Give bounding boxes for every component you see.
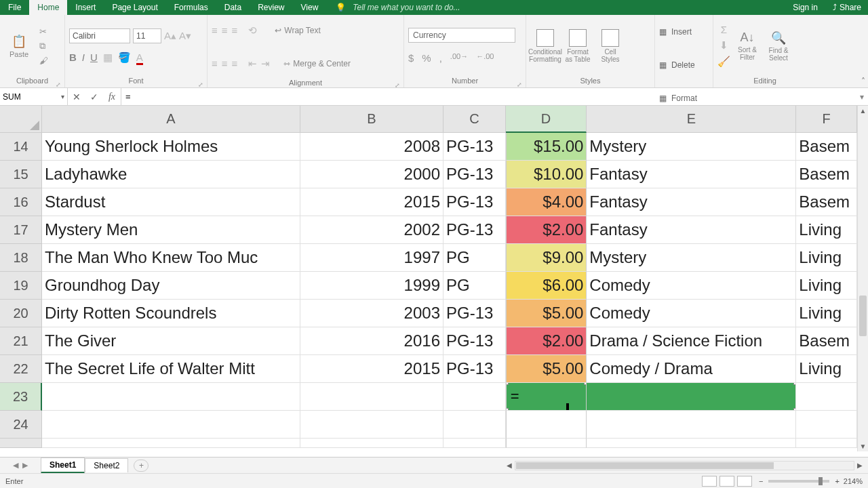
row-header-17[interactable]: 17 [0, 216, 42, 244]
collapse-ribbon-button[interactable]: ˄ [861, 77, 865, 86]
cell-A22[interactable]: The Secret Life of Walter Mitt [42, 355, 300, 383]
name-box[interactable]: SUM▾ [0, 88, 68, 105]
row-header-16[interactable]: 16 [0, 188, 42, 216]
cell-F19[interactable]: Living [796, 272, 857, 300]
column-header-B[interactable]: B [300, 106, 443, 133]
cell-C18[interactable]: PG [443, 244, 506, 272]
cell-D21[interactable]: $2.00 [506, 327, 587, 355]
page-break-view-button[interactable] [737, 476, 752, 487]
cell-D22[interactable]: $5.00 [506, 355, 587, 383]
cell-E24[interactable] [587, 411, 796, 439]
row-header-20[interactable]: 20 [0, 300, 42, 327]
cell-F21[interactable]: Basem [796, 327, 857, 355]
cell-F25[interactable] [796, 439, 857, 448]
cell-A20[interactable]: Dirty Rotten Scoundrels [42, 300, 300, 327]
insert-cells-button[interactable]: ▦Insert [659, 18, 692, 45]
cell-A14[interactable]: Young Sherlock Holmes [42, 133, 300, 161]
tab-formulas[interactable]: Formulas [166, 0, 216, 15]
cell-A23[interactable] [42, 383, 300, 411]
cell-D16[interactable]: $4.00 [506, 188, 587, 216]
cell-B15[interactable]: 2000 [300, 161, 443, 188]
cell-A18[interactable]: The Man Who Knew Too Muc [42, 244, 300, 272]
page-layout-view-button[interactable] [719, 476, 734, 487]
column-header-E[interactable]: E [587, 106, 796, 133]
cell-B18[interactable]: 1997 [300, 244, 443, 272]
delete-cells-button[interactable]: ▦Delete [659, 51, 695, 79]
sheet-tab-2[interactable]: Sheet2 [85, 458, 128, 472]
share-button[interactable]: ⤴ Share [826, 3, 868, 12]
align-right-button[interactable]: ≡ [232, 58, 238, 69]
align-left-button[interactable]: ≡ [212, 58, 218, 69]
cell-D24[interactable] [506, 411, 587, 439]
find-select-button[interactable]: 🔍 Find & Select [764, 30, 793, 62]
vscroll-thumb[interactable] [859, 296, 867, 336]
row-header-25[interactable] [0, 439, 42, 448]
comma-format-button[interactable]: , [439, 52, 442, 64]
cell-A17[interactable]: Mystery Men [42, 216, 300, 244]
row-header-21[interactable]: 21 [0, 327, 42, 355]
column-header-A[interactable]: A [42, 106, 300, 133]
cell-A24[interactable] [42, 411, 300, 439]
tab-insert[interactable]: Insert [67, 0, 104, 15]
align-bottom-button[interactable]: ≡ [232, 24, 238, 36]
row-header-18[interactable]: 18 [0, 244, 42, 272]
zoom-level[interactable]: 214% [844, 477, 863, 485]
row-header-15[interactable]: 15 [0, 161, 42, 188]
orientation-button[interactable]: ⟲ [248, 24, 257, 37]
next-sheet-button[interactable]: ▶ [22, 461, 28, 470]
cell-A16[interactable]: Stardust [42, 188, 300, 216]
normal-view-button[interactable] [702, 476, 717, 487]
cell-F22[interactable]: Living [796, 355, 857, 383]
cell-D18[interactable]: $9.00 [506, 244, 587, 272]
cell-B25[interactable] [300, 439, 443, 448]
clear-button[interactable]: 🧹 [717, 56, 730, 68]
zoom-out-button[interactable]: − [759, 477, 763, 485]
cell-F20[interactable]: Living [796, 300, 857, 327]
row-header-23[interactable]: 23 [0, 383, 42, 411]
increase-indent-button[interactable]: ⇥ [261, 58, 270, 70]
decrease-font-button[interactable]: A▾ [179, 30, 191, 42]
increase-decimal-button[interactable]: .00→ [450, 52, 468, 64]
cell-D15[interactable]: $10.00 [506, 161, 587, 188]
cell-B21[interactable]: 2016 [300, 327, 443, 355]
format-painter-button[interactable]: 🖌 [39, 56, 48, 66]
accounting-format-button[interactable]: $ [408, 52, 414, 64]
cell-D19[interactable]: $6.00 [506, 272, 587, 300]
cell-E22[interactable]: Comedy / Drama [587, 355, 796, 383]
cell-C21[interactable]: PG-13 [443, 327, 506, 355]
active-cell-D23[interactable]: = [506, 383, 587, 411]
zoom-slider[interactable] [768, 480, 829, 483]
merge-center-button[interactable]: ⇿Merge & Center [283, 59, 351, 68]
cell-D25[interactable] [506, 439, 587, 448]
percent-format-button[interactable]: % [422, 52, 431, 64]
fill-color-button[interactable]: 🪣 [118, 52, 131, 64]
cell-C23[interactable] [443, 383, 506, 411]
decrease-decimal-button[interactable]: ←.00 [476, 52, 494, 64]
new-sheet-button[interactable]: + [134, 460, 149, 472]
cell-A25[interactable] [42, 439, 300, 448]
clipboard-launcher[interactable]: ⤢ [55, 79, 62, 86]
zoom-in-button[interactable]: + [835, 477, 839, 485]
cell-F24[interactable] [796, 411, 857, 439]
cell-C20[interactable]: PG-13 [443, 300, 506, 327]
font-name-combo[interactable]: Calibri [69, 28, 130, 43]
cell-F16[interactable]: Basem [796, 188, 857, 216]
fill-button[interactable]: ⬇ [719, 39, 728, 52]
cell-D20[interactable]: $5.00 [506, 300, 587, 327]
tab-review[interactable]: Review [250, 0, 292, 15]
cell-F14[interactable]: Basem [796, 133, 857, 161]
cell-C19[interactable]: PG [443, 272, 506, 300]
cell-E20[interactable]: Comedy [587, 300, 796, 327]
italic-button[interactable]: I [82, 52, 85, 63]
horizontal-scrollbar[interactable]: ◀ ▶ [515, 461, 854, 470]
tab-home[interactable]: Home [29, 0, 67, 15]
row-header-19[interactable]: 19 [0, 272, 42, 300]
cell-B24[interactable] [300, 411, 443, 439]
prev-sheet-button[interactable]: ◀ [13, 461, 18, 470]
font-color-button[interactable]: A [136, 52, 143, 63]
cell-B16[interactable]: 2015 [300, 188, 443, 216]
tab-file[interactable]: File [0, 0, 29, 15]
cell-styles-button[interactable]: Cell Styles [595, 29, 625, 63]
font-size-combo[interactable]: 11 [133, 28, 161, 43]
font-launcher[interactable]: ⤢ [197, 79, 204, 86]
